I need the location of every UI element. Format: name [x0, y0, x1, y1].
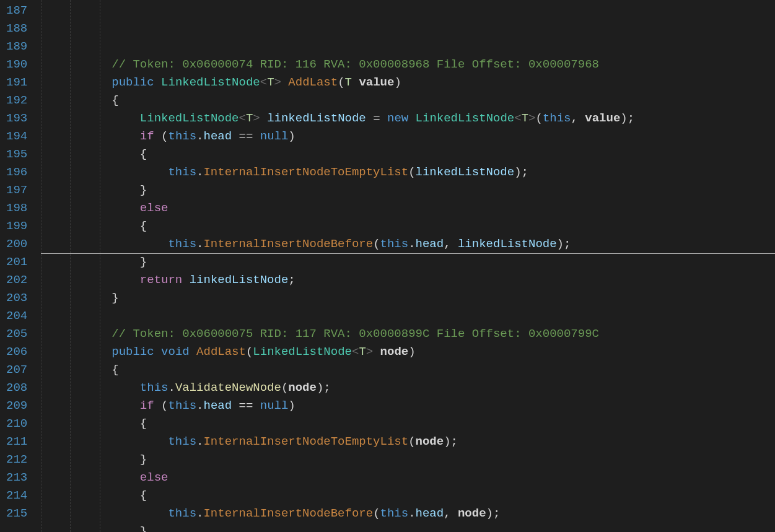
token-keyword: this — [380, 507, 409, 520]
token-whitespace — [41, 507, 168, 520]
token-varb: value — [585, 111, 620, 125]
line-number: 202 — [6, 271, 27, 289]
code-line[interactable]: this.InternalInsertNodeToEmptyList(node)… — [41, 433, 775, 451]
token-punct: ); — [620, 111, 634, 125]
token-angle: < — [239, 111, 246, 125]
token-whitespace — [41, 237, 168, 251]
code-line[interactable]: if (this.head == null) — [41, 397, 775, 415]
line-number: 190 — [6, 56, 27, 74]
code-line[interactable]: } — [41, 523, 775, 532]
token-punct: ); — [486, 507, 501, 520]
token-punct: } — [140, 183, 147, 197]
line-number: 203 — [6, 289, 27, 307]
code-line[interactable]: this.InternalInsertNodeToEmptyList(linke… — [41, 164, 775, 181]
token-angle: < — [352, 345, 359, 359]
token-keyword: public — [112, 76, 154, 89]
code-line[interactable]: public void AddLast(LinkedListNode<T> no… — [41, 343, 775, 361]
code-line[interactable]: this.ValidateNewNode(node); — [41, 379, 775, 397]
token-whitespace — [41, 111, 140, 125]
token-punct: . — [196, 129, 203, 143]
token-punct: { — [112, 363, 118, 377]
token-whitespace — [281, 76, 288, 89]
token-punct: ); — [444, 435, 458, 448]
token-whitespace — [253, 129, 260, 143]
token-comment: // Token: 0x06000074 RID: 116 RVA: 0x000… — [112, 58, 599, 71]
token-methodb: InternalInsertNodeBefore — [203, 507, 373, 520]
code-line[interactable]: this.InternalInsertNodeBefore(this.head,… — [41, 505, 775, 523]
code-line[interactable] — [41, 307, 775, 325]
token-whitespace — [41, 94, 112, 107]
token-punct: ); — [557, 237, 571, 251]
token-whitespace — [41, 453, 140, 466]
token-angle: > — [274, 76, 281, 89]
token-whitespace — [260, 111, 267, 125]
code-line[interactable]: if (this.head == null) — [41, 128, 775, 146]
token-field: linkedListNode — [267, 111, 366, 125]
line-number: 199 — [6, 217, 27, 235]
token-keyword: null — [260, 129, 289, 143]
token-whitespace — [182, 273, 189, 287]
token-purple: return — [140, 273, 182, 287]
code-line[interactable]: else — [41, 199, 775, 217]
token-methodb: AddLast — [196, 345, 246, 359]
token-angle: < — [514, 111, 521, 125]
token-methodb: InternalInsertNodeToEmptyList — [203, 165, 408, 179]
line-number: 189 — [6, 38, 27, 56]
code-line[interactable]: } — [41, 289, 775, 307]
token-angle: > — [253, 111, 260, 125]
code-line[interactable]: } — [41, 451, 775, 469]
code-line[interactable]: { — [41, 487, 775, 505]
code-editor[interactable]: 1871881891901911921931941951961971981992… — [0, 0, 775, 532]
line-number: 209 — [6, 397, 27, 415]
code-line[interactable]: // Token: 0x06000074 RID: 116 RVA: 0x000… — [41, 56, 775, 74]
code-line[interactable]: { — [41, 92, 775, 110]
token-whitespace — [253, 399, 260, 412]
code-line[interactable]: { — [41, 361, 775, 379]
code-line[interactable]: // Token: 0x06000075 RID: 117 RVA: 0x000… — [41, 325, 775, 343]
token-punct: , — [444, 507, 450, 520]
token-keyword: this — [140, 381, 169, 395]
token-punct: } — [140, 453, 147, 466]
code-line[interactable]: LinkedListNode<T> linkedListNode = new L… — [41, 110, 775, 128]
code-line[interactable]: this.InternalInsertNodeBefore(this.head,… — [41, 235, 775, 253]
token-punct: ) — [394, 76, 401, 89]
token-punct: ) — [288, 399, 295, 412]
code-line[interactable]: } — [41, 253, 775, 271]
token-whitespace — [154, 399, 161, 412]
token-punct: ( — [281, 381, 288, 395]
token-field: linkedListNode — [416, 165, 515, 179]
token-whitespace — [451, 507, 458, 520]
token-whitespace — [366, 111, 373, 125]
token-keyword: void — [161, 345, 190, 359]
token-whitespace — [190, 345, 196, 359]
token-varb: node — [288, 381, 317, 395]
code-line[interactable]: return linkedListNode; — [41, 271, 775, 289]
line-number: 207 — [6, 361, 27, 379]
line-number: 212 — [6, 451, 27, 469]
code-line[interactable]: { — [41, 146, 775, 164]
token-punct: ( — [161, 399, 168, 412]
method-separator — [41, 253, 775, 254]
line-number: 206 — [6, 343, 27, 361]
line-number: 197 — [6, 181, 27, 199]
token-whitespace — [41, 435, 168, 448]
code-line[interactable]: { — [41, 415, 775, 433]
token-field: head — [204, 129, 232, 143]
token-field: linkedListNode — [458, 237, 557, 251]
token-punct: ); — [514, 165, 528, 179]
token-methodb: InternalInsertNodeBefore — [203, 237, 373, 251]
token-field: linkedListNode — [190, 273, 289, 287]
token-whitespace — [41, 363, 112, 377]
token-whitespace — [154, 345, 161, 359]
code-area[interactable]: // Token: 0x06000074 RID: 116 RVA: 0x000… — [41, 0, 775, 532]
token-punct: } — [140, 255, 147, 269]
token-type: LinkedListNode — [253, 345, 352, 359]
token-whitespace — [41, 345, 112, 359]
token-comment: // Token: 0x06000075 RID: 117 RVA: 0x000… — [112, 327, 599, 341]
code-line[interactable]: public LinkedListNode<T> AddLast(T value… — [41, 74, 775, 92]
code-line[interactable]: } — [41, 181, 775, 199]
code-line[interactable]: else — [41, 469, 775, 487]
token-punct: { — [140, 147, 147, 161]
code-line[interactable]: { — [41, 217, 775, 235]
token-punct: . — [196, 399, 203, 412]
